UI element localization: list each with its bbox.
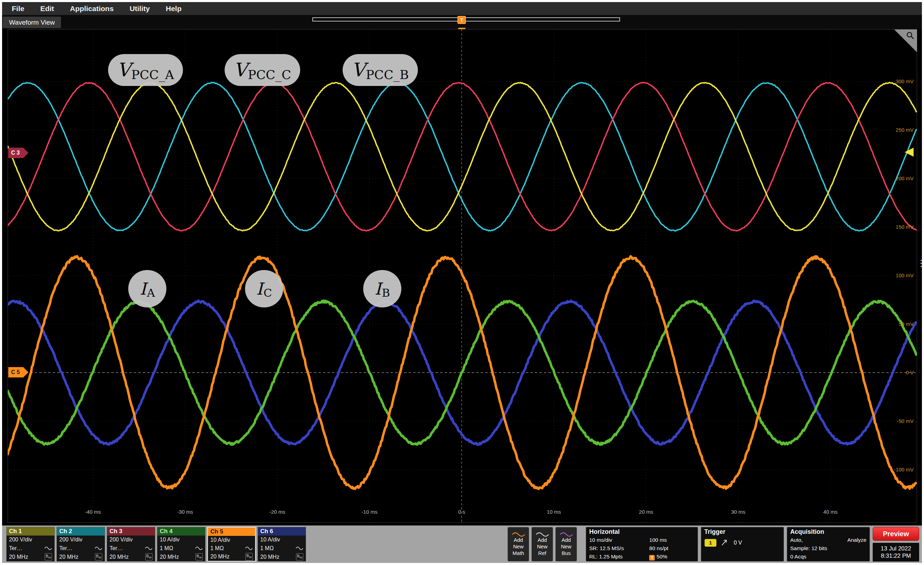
channel-scale: 10 A/div: [160, 536, 180, 543]
sine-wave-icon: [145, 547, 153, 550]
trace-label-i-a: IA: [128, 270, 166, 308]
trigger-level: 0 V: [734, 540, 742, 546]
add-new-bus-button[interactable]: Add New Bus: [555, 527, 577, 562]
channel-bandwidth: 20 MHz: [59, 554, 78, 560]
trigger-panel[interactable]: Trigger 1 0 V: [701, 527, 784, 562]
acquisition-panel[interactable]: Acquisition Auto, Analyze Sample: 12 bit…: [787, 527, 870, 562]
trace-label-vpcc-a: VPCC_A: [108, 54, 183, 86]
sine-wave-icon: [296, 547, 303, 550]
channel-name: Ch 3: [107, 527, 155, 535]
channel-coupling: Ter…: [110, 545, 123, 551]
channel-badge-ch3[interactable]: Ch 3 200 V/div Ter… 20 MHz BW: [107, 527, 155, 562]
x-axis-tick: -30 ms: [170, 509, 201, 515]
channel-name: Ch 5: [208, 527, 255, 536]
math-wave-icon: [512, 532, 525, 536]
add-new-ref-button[interactable]: Add New Ref: [531, 527, 553, 562]
sine-wave-icon: [44, 547, 52, 550]
y-axis-tick: 300 mV: [853, 78, 914, 84]
bus-wave-icon: [560, 532, 573, 536]
horizontal-panel[interactable]: Horizontal 10 ms/div 100 ms SR: 12.5 MS/…: [586, 527, 698, 562]
horizontal-record-length: RL: 1.25 Mpts: [589, 553, 649, 561]
preview-button[interactable]: Preview: [873, 527, 919, 541]
menu-edit[interactable]: Edit: [40, 5, 54, 13]
bandwidth-limit-icon: BW: [45, 553, 52, 560]
y-axis-tick: 50 mV: [853, 321, 914, 327]
trigger-position-marker[interactable]: T: [458, 16, 466, 24]
ch1-offscreen-arrow-icon: [904, 148, 914, 157]
bandwidth-limit-icon: BW: [95, 553, 102, 560]
channel-name: Ch 4: [158, 527, 205, 535]
channel-badge-ch4[interactable]: Ch 4 10 A/div 1 MΩ 20 MHz BW: [157, 527, 206, 562]
channel-badge-ch6[interactable]: Ch 6 10 A/div 1 MΩ 20 MHz BW: [258, 527, 306, 562]
channel-coupling: 1 MΩ: [210, 545, 224, 551]
trigger-source-badge: 1: [705, 539, 716, 547]
x-axis-tick: 0 s: [446, 509, 477, 515]
y-axis-tick: 100 mV: [853, 272, 914, 278]
date-label: 13 Jul 2022: [873, 545, 919, 552]
horizontal-sample-rate: SR: 12.5 MS/s: [589, 544, 649, 553]
preview-column: Preview 13 Jul 2022 8:31:22 PM: [873, 527, 919, 562]
menu-help[interactable]: Help: [166, 5, 182, 13]
channel-bandwidth: 20 MHz: [160, 554, 179, 560]
acquisition-title: Acquisition: [787, 527, 870, 536]
channel-name: Ch 1: [7, 527, 54, 535]
status-bar: Ch 1 200 V/div Ter… 20 MHz BW Ch 2 200 V…: [2, 525, 922, 563]
x-axis-tick: -20 ms: [262, 509, 293, 515]
sine-wave-icon: [195, 547, 203, 550]
acquisition-count: 0 Acqs: [787, 553, 870, 561]
trace-label-i-b: IB: [363, 270, 401, 308]
magnifier-icon: [906, 31, 915, 40]
y-axis-tick: -50 mV: [853, 418, 914, 424]
clock: 13 Jul 2022 8:31:22 PM: [873, 543, 919, 562]
channel-badge-ch2[interactable]: Ch 2 200 V/div Ter… 20 MHz BW: [57, 527, 105, 562]
trace-label-i-c: IC: [245, 270, 283, 308]
y-axis-tick: 200 mV: [853, 176, 914, 181]
x-axis-tick: 20 ms: [630, 509, 662, 515]
add-new-group: Add New Math Add New Ref Add New Bus: [507, 527, 577, 562]
horizontal-resolution: 80 ns/pt: [649, 544, 694, 553]
more-handle-icon[interactable]: ⋮: [917, 258, 922, 267]
add-new-math-button[interactable]: Add New Math: [507, 527, 529, 562]
channel-scale: 10 A/div: [260, 536, 280, 543]
menu-utility[interactable]: Utility: [130, 5, 150, 13]
edge-slope-icon: [720, 539, 730, 547]
y-axis-tick: 0 V: [853, 370, 914, 376]
acquisition-sample: Sample: 12 bits: [787, 544, 870, 553]
channel-coupling: 1 MΩ: [260, 545, 274, 551]
x-axis-tick: -40 ms: [77, 509, 108, 515]
horizontal-position: T50%: [649, 553, 694, 561]
horizontal-title: Horizontal: [586, 527, 698, 536]
oscilloscope-app: File Edit Applications Utility Help Wave…: [2, 2, 922, 563]
y-axis-tick: 250 mV: [853, 127, 914, 133]
channel-bandwidth: 20 MHz: [110, 554, 129, 560]
channel-scale: 10 A/div: [210, 537, 230, 543]
channel-badge-ch5[interactable]: Ch 5 10 A/div 1 MΩ 20 MHz BW: [207, 527, 256, 562]
menu-bar: File Edit Applications Utility Help: [2, 2, 922, 15]
x-axis-tick: 30 ms: [723, 509, 754, 515]
bandwidth-limit-icon: BW: [245, 553, 253, 560]
zoom-pan-ruler[interactable]: [312, 17, 620, 21]
menu-applications[interactable]: Applications: [70, 5, 114, 13]
menu-file[interactable]: File: [12, 5, 24, 13]
channel-scale: 200 V/div: [9, 536, 32, 543]
trace-label-vpcc-c: VPCC_C: [225, 54, 300, 86]
channel-badge-ch1[interactable]: Ch 1 200 V/div Ter… 20 MHz BW: [6, 527, 55, 562]
x-axis-tick: -10 ms: [354, 509, 385, 515]
x-axis-tick: 40 ms: [815, 509, 846, 515]
channel-coupling: Ter…: [59, 545, 72, 551]
channel-bandwidth: 20 MHz: [260, 554, 279, 560]
channel-bandwidth: 20 MHz: [9, 554, 28, 560]
bandwidth-limit-icon: BW: [195, 553, 203, 560]
bandwidth-limit-icon: BW: [296, 553, 303, 560]
channel-bandwidth: 20 MHz: [210, 554, 230, 560]
channel-coupling: Ter…: [9, 545, 22, 551]
trace-label-vpcc-b: VPCC_B: [343, 54, 418, 86]
sine-wave-icon: [245, 547, 253, 550]
horizontal-window: 100 ms: [649, 536, 694, 544]
channel-coupling: 1 MΩ: [160, 545, 173, 551]
sine-wave-icon: [94, 547, 102, 550]
bandwidth-limit-icon: BW: [145, 553, 153, 560]
channel-name: Ch 6: [258, 527, 306, 535]
tab-waveform-view[interactable]: Waveform View: [3, 17, 61, 28]
channel-name: Ch 2: [57, 527, 105, 535]
